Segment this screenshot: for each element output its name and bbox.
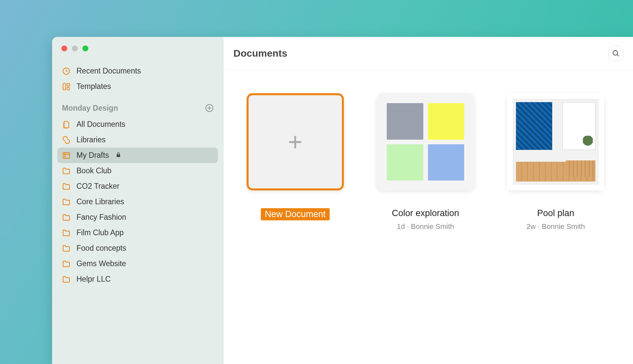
folder-icon <box>62 198 71 206</box>
plus-icon: + <box>288 127 302 156</box>
color-swatch <box>428 103 465 140</box>
svg-rect-1 <box>63 83 66 90</box>
documents-icon <box>62 120 71 129</box>
folder-icon <box>62 260 71 268</box>
toolbar: Documents <box>224 37 633 70</box>
search-icon <box>612 49 620 58</box>
sidebar-item-label: Recent Documents <box>76 67 141 75</box>
templates-icon <box>62 82 71 91</box>
zoom-window-button[interactable] <box>82 45 88 51</box>
sidebar-top-nav: Recent Documents Templates <box>52 63 223 94</box>
sidebar-item-label: Helpr LLC <box>76 275 111 284</box>
svg-rect-3 <box>67 87 70 90</box>
folder-icon <box>62 244 71 253</box>
svg-point-6 <box>613 50 618 55</box>
minimize-window-button[interactable] <box>72 45 78 51</box>
window-controls <box>52 45 223 63</box>
sidebar-item-film-club-app[interactable]: Film Club App <box>57 225 218 240</box>
meta-separator: · <box>407 222 411 231</box>
document-title: Pool plan <box>537 208 574 218</box>
sidebar-item-label: Gems Website <box>76 259 126 268</box>
main-content: Documents + New Document <box>224 37 633 364</box>
thumb-preview-pool <box>507 93 604 190</box>
documents-grid: + New Document Color exploration 1d · <box>224 70 633 254</box>
sidebar-item-food-concepts[interactable]: Food concepts <box>57 240 218 256</box>
sidebar-item-co2-tracker[interactable]: CO2 Tracker <box>57 179 218 194</box>
sidebar-item-label: Templates <box>76 82 111 91</box>
section-title: Monday Design <box>62 104 118 113</box>
document-card-color-exploration[interactable]: Color exploration 1d · Bonnie Smith <box>377 93 474 231</box>
sidebar-item-templates[interactable]: Templates <box>57 79 218 94</box>
sidebar-item-book-club[interactable]: Book Club <box>57 163 218 179</box>
meta-separator: · <box>538 222 542 231</box>
new-document-thumb: + <box>247 93 344 190</box>
document-author: Bonnie Smith <box>542 222 585 231</box>
sidebar-item-label: Core Libraries <box>76 197 124 206</box>
document-card-pool-plan[interactable]: Pool plan 2w · Bonnie Smith <box>507 93 604 231</box>
svg-rect-2 <box>67 83 70 86</box>
sidebar-item-all-documents[interactable]: All Documents <box>57 117 218 132</box>
new-document-card[interactable]: + New Document <box>247 93 344 231</box>
document-thumb <box>507 93 604 190</box>
folder-icon <box>62 275 71 284</box>
folder-icon <box>62 182 71 191</box>
sidebar-item-label: Fancy Fashion <box>76 213 126 222</box>
document-meta: 2w · Bonnie Smith <box>527 222 585 231</box>
sidebar-project-nav: All Documents Libraries My Drafts <box>52 117 223 287</box>
add-project-button[interactable] <box>205 103 214 113</box>
sidebar-item-libraries[interactable]: Libraries <box>57 132 218 148</box>
sidebar: Recent Documents Templates Monday Design… <box>52 37 224 364</box>
sidebar-item-label: Film Club App <box>76 228 124 237</box>
svg-rect-5 <box>63 153 70 158</box>
folder-icon <box>62 167 71 175</box>
app-window: Recent Documents Templates Monday Design… <box>52 37 633 364</box>
sidebar-item-helpr-llc[interactable]: Helpr LLC <box>57 271 218 287</box>
libraries-icon <box>62 136 71 144</box>
close-window-button[interactable] <box>61 45 67 51</box>
sidebar-item-label: All Documents <box>76 120 125 129</box>
sidebar-item-recent[interactable]: Recent Documents <box>57 63 218 79</box>
clock-icon <box>62 67 71 75</box>
folder-icon <box>62 229 71 237</box>
color-swatch <box>428 144 465 181</box>
document-age: 2w <box>527 222 536 231</box>
color-swatch <box>387 103 423 140</box>
drafts-icon <box>62 151 71 160</box>
search-button[interactable] <box>609 46 623 61</box>
sidebar-item-my-drafts[interactable]: My Drafts <box>57 148 218 163</box>
document-author: Bonnie Smith <box>411 222 454 231</box>
sidebar-item-label: Food concepts <box>76 244 126 253</box>
lock-icon <box>115 151 121 160</box>
document-age: 1d <box>397 222 405 231</box>
sidebar-item-label: CO2 Tracker <box>76 182 119 191</box>
document-thumb <box>377 93 474 190</box>
sidebar-item-gems-website[interactable]: Gems Website <box>57 256 218 271</box>
document-meta: 1d · Bonnie Smith <box>397 222 454 231</box>
thumb-preview-colors <box>377 93 474 190</box>
new-document-label: New Document <box>261 208 330 220</box>
sidebar-item-label: My Drafts <box>76 151 109 160</box>
sidebar-item-label: Libraries <box>76 135 106 144</box>
folder-icon <box>62 213 71 222</box>
color-swatch <box>387 144 423 181</box>
sidebar-item-fancy-fashion[interactable]: Fancy Fashion <box>57 210 218 225</box>
sidebar-section-header: Monday Design <box>52 94 223 117</box>
sidebar-item-core-libraries[interactable]: Core Libraries <box>57 194 218 210</box>
sidebar-item-label: Book Club <box>76 166 111 175</box>
document-title: Color exploration <box>392 208 459 218</box>
page-title: Documents <box>233 48 287 59</box>
